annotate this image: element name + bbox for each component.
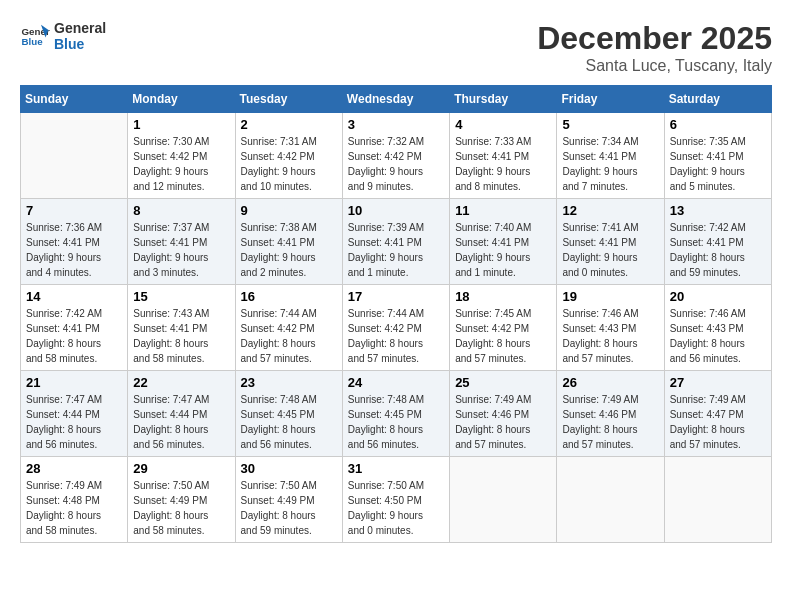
logo-icon: General Blue bbox=[20, 21, 50, 51]
header-day-tuesday: Tuesday bbox=[235, 86, 342, 113]
day-number: 5 bbox=[562, 117, 658, 132]
day-detail: Sunrise: 7:49 AM Sunset: 4:48 PM Dayligh… bbox=[26, 478, 122, 538]
day-number: 11 bbox=[455, 203, 551, 218]
day-detail: Sunrise: 7:45 AM Sunset: 4:42 PM Dayligh… bbox=[455, 306, 551, 366]
location-subtitle: Santa Luce, Tuscany, Italy bbox=[537, 57, 772, 75]
day-detail: Sunrise: 7:47 AM Sunset: 4:44 PM Dayligh… bbox=[26, 392, 122, 452]
week-row-5: 28Sunrise: 7:49 AM Sunset: 4:48 PM Dayli… bbox=[21, 457, 772, 543]
day-number: 30 bbox=[241, 461, 337, 476]
day-detail: Sunrise: 7:38 AM Sunset: 4:41 PM Dayligh… bbox=[241, 220, 337, 280]
calendar-cell: 2Sunrise: 7:31 AM Sunset: 4:42 PM Daylig… bbox=[235, 113, 342, 199]
calendar-cell: 3Sunrise: 7:32 AM Sunset: 4:42 PM Daylig… bbox=[342, 113, 449, 199]
day-detail: Sunrise: 7:42 AM Sunset: 4:41 PM Dayligh… bbox=[670, 220, 766, 280]
calendar-cell: 26Sunrise: 7:49 AM Sunset: 4:46 PM Dayli… bbox=[557, 371, 664, 457]
calendar-cell bbox=[21, 113, 128, 199]
day-number: 16 bbox=[241, 289, 337, 304]
calendar-cell: 20Sunrise: 7:46 AM Sunset: 4:43 PM Dayli… bbox=[664, 285, 771, 371]
day-number: 27 bbox=[670, 375, 766, 390]
calendar-cell: 7Sunrise: 7:36 AM Sunset: 4:41 PM Daylig… bbox=[21, 199, 128, 285]
header-row: SundayMondayTuesdayWednesdayThursdayFrid… bbox=[21, 86, 772, 113]
day-number: 24 bbox=[348, 375, 444, 390]
calendar-cell: 1Sunrise: 7:30 AM Sunset: 4:42 PM Daylig… bbox=[128, 113, 235, 199]
day-number: 12 bbox=[562, 203, 658, 218]
day-detail: Sunrise: 7:33 AM Sunset: 4:41 PM Dayligh… bbox=[455, 134, 551, 194]
day-number: 3 bbox=[348, 117, 444, 132]
logo-text-line1: General bbox=[54, 20, 106, 36]
day-number: 21 bbox=[26, 375, 122, 390]
day-detail: Sunrise: 7:46 AM Sunset: 4:43 PM Dayligh… bbox=[562, 306, 658, 366]
calendar-cell: 15Sunrise: 7:43 AM Sunset: 4:41 PM Dayli… bbox=[128, 285, 235, 371]
header: General Blue General Blue December 2025 … bbox=[20, 20, 772, 75]
calendar-cell: 11Sunrise: 7:40 AM Sunset: 4:41 PM Dayli… bbox=[450, 199, 557, 285]
calendar-cell: 14Sunrise: 7:42 AM Sunset: 4:41 PM Dayli… bbox=[21, 285, 128, 371]
day-detail: Sunrise: 7:49 AM Sunset: 4:47 PM Dayligh… bbox=[670, 392, 766, 452]
day-number: 26 bbox=[562, 375, 658, 390]
header-day-sunday: Sunday bbox=[21, 86, 128, 113]
svg-text:Blue: Blue bbox=[22, 36, 44, 47]
day-number: 2 bbox=[241, 117, 337, 132]
calendar-cell: 29Sunrise: 7:50 AM Sunset: 4:49 PM Dayli… bbox=[128, 457, 235, 543]
day-detail: Sunrise: 7:48 AM Sunset: 4:45 PM Dayligh… bbox=[241, 392, 337, 452]
calendar-cell: 8Sunrise: 7:37 AM Sunset: 4:41 PM Daylig… bbox=[128, 199, 235, 285]
day-detail: Sunrise: 7:36 AM Sunset: 4:41 PM Dayligh… bbox=[26, 220, 122, 280]
day-detail: Sunrise: 7:39 AM Sunset: 4:41 PM Dayligh… bbox=[348, 220, 444, 280]
calendar-cell: 4Sunrise: 7:33 AM Sunset: 4:41 PM Daylig… bbox=[450, 113, 557, 199]
calendar-cell bbox=[450, 457, 557, 543]
day-detail: Sunrise: 7:48 AM Sunset: 4:45 PM Dayligh… bbox=[348, 392, 444, 452]
header-day-thursday: Thursday bbox=[450, 86, 557, 113]
header-day-friday: Friday bbox=[557, 86, 664, 113]
day-detail: Sunrise: 7:31 AM Sunset: 4:42 PM Dayligh… bbox=[241, 134, 337, 194]
header-day-wednesday: Wednesday bbox=[342, 86, 449, 113]
day-number: 28 bbox=[26, 461, 122, 476]
day-number: 19 bbox=[562, 289, 658, 304]
calendar-table: SundayMondayTuesdayWednesdayThursdayFrid… bbox=[20, 85, 772, 543]
day-number: 18 bbox=[455, 289, 551, 304]
day-number: 10 bbox=[348, 203, 444, 218]
calendar-cell: 10Sunrise: 7:39 AM Sunset: 4:41 PM Dayli… bbox=[342, 199, 449, 285]
day-detail: Sunrise: 7:44 AM Sunset: 4:42 PM Dayligh… bbox=[241, 306, 337, 366]
calendar-cell: 22Sunrise: 7:47 AM Sunset: 4:44 PM Dayli… bbox=[128, 371, 235, 457]
day-detail: Sunrise: 7:47 AM Sunset: 4:44 PM Dayligh… bbox=[133, 392, 229, 452]
day-detail: Sunrise: 7:44 AM Sunset: 4:42 PM Dayligh… bbox=[348, 306, 444, 366]
header-day-saturday: Saturday bbox=[664, 86, 771, 113]
week-row-2: 7Sunrise: 7:36 AM Sunset: 4:41 PM Daylig… bbox=[21, 199, 772, 285]
day-number: 1 bbox=[133, 117, 229, 132]
calendar-cell: 25Sunrise: 7:49 AM Sunset: 4:46 PM Dayli… bbox=[450, 371, 557, 457]
calendar-cell: 27Sunrise: 7:49 AM Sunset: 4:47 PM Dayli… bbox=[664, 371, 771, 457]
calendar-cell: 5Sunrise: 7:34 AM Sunset: 4:41 PM Daylig… bbox=[557, 113, 664, 199]
logo: General Blue General Blue bbox=[20, 20, 106, 52]
day-number: 23 bbox=[241, 375, 337, 390]
day-detail: Sunrise: 7:41 AM Sunset: 4:41 PM Dayligh… bbox=[562, 220, 658, 280]
calendar-cell bbox=[557, 457, 664, 543]
day-detail: Sunrise: 7:49 AM Sunset: 4:46 PM Dayligh… bbox=[455, 392, 551, 452]
day-number: 9 bbox=[241, 203, 337, 218]
calendar-cell: 21Sunrise: 7:47 AM Sunset: 4:44 PM Dayli… bbox=[21, 371, 128, 457]
week-row-4: 21Sunrise: 7:47 AM Sunset: 4:44 PM Dayli… bbox=[21, 371, 772, 457]
day-number: 14 bbox=[26, 289, 122, 304]
day-number: 6 bbox=[670, 117, 766, 132]
day-detail: Sunrise: 7:30 AM Sunset: 4:42 PM Dayligh… bbox=[133, 134, 229, 194]
month-title: December 2025 bbox=[537, 20, 772, 57]
calendar-cell: 18Sunrise: 7:45 AM Sunset: 4:42 PM Dayli… bbox=[450, 285, 557, 371]
calendar-cell: 12Sunrise: 7:41 AM Sunset: 4:41 PM Dayli… bbox=[557, 199, 664, 285]
day-number: 22 bbox=[133, 375, 229, 390]
calendar-cell: 19Sunrise: 7:46 AM Sunset: 4:43 PM Dayli… bbox=[557, 285, 664, 371]
calendar-cell: 9Sunrise: 7:38 AM Sunset: 4:41 PM Daylig… bbox=[235, 199, 342, 285]
day-detail: Sunrise: 7:46 AM Sunset: 4:43 PM Dayligh… bbox=[670, 306, 766, 366]
day-number: 8 bbox=[133, 203, 229, 218]
day-detail: Sunrise: 7:43 AM Sunset: 4:41 PM Dayligh… bbox=[133, 306, 229, 366]
day-detail: Sunrise: 7:35 AM Sunset: 4:41 PM Dayligh… bbox=[670, 134, 766, 194]
header-day-monday: Monday bbox=[128, 86, 235, 113]
calendar-cell: 28Sunrise: 7:49 AM Sunset: 4:48 PM Dayli… bbox=[21, 457, 128, 543]
week-row-3: 14Sunrise: 7:42 AM Sunset: 4:41 PM Dayli… bbox=[21, 285, 772, 371]
day-number: 4 bbox=[455, 117, 551, 132]
calendar-cell: 23Sunrise: 7:48 AM Sunset: 4:45 PM Dayli… bbox=[235, 371, 342, 457]
day-detail: Sunrise: 7:32 AM Sunset: 4:42 PM Dayligh… bbox=[348, 134, 444, 194]
day-detail: Sunrise: 7:49 AM Sunset: 4:46 PM Dayligh… bbox=[562, 392, 658, 452]
day-number: 20 bbox=[670, 289, 766, 304]
day-number: 29 bbox=[133, 461, 229, 476]
day-number: 13 bbox=[670, 203, 766, 218]
day-detail: Sunrise: 7:50 AM Sunset: 4:49 PM Dayligh… bbox=[133, 478, 229, 538]
calendar-cell: 6Sunrise: 7:35 AM Sunset: 4:41 PM Daylig… bbox=[664, 113, 771, 199]
calendar-cell: 30Sunrise: 7:50 AM Sunset: 4:49 PM Dayli… bbox=[235, 457, 342, 543]
